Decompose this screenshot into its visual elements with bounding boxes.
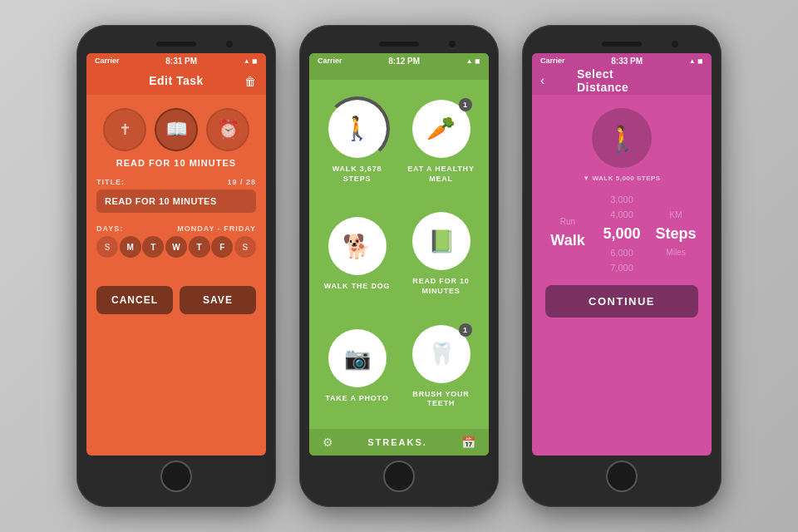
days-field-label: DAYS: MONDAY - FRIDAY xyxy=(96,224,256,233)
phone-bottom-2 xyxy=(309,456,489,497)
center-3000[interactable]: 3,000 xyxy=(610,193,633,208)
picker-left-item[interactable]: Run xyxy=(560,215,575,229)
picker-right-miles[interactable]: Miles xyxy=(666,246,685,259)
picker-right[interactable]: KM Steps Miles xyxy=(647,209,705,259)
time-2: 8:12 PM xyxy=(388,57,420,66)
day-wed[interactable]: W xyxy=(165,236,187,258)
task-item-photo[interactable]: 📷 TAKE A PHOTO xyxy=(319,315,395,419)
status-icons-1: ▲ ◼ xyxy=(244,57,258,65)
task-item-read[interactable]: 📗 READ FOR 10MINUTES xyxy=(403,202,479,306)
carrier-2: Carrier xyxy=(318,57,342,65)
status-icons-2: ▲ ◼ xyxy=(466,57,480,65)
photo-task-name: TAKE A PHOTO xyxy=(325,394,388,404)
step-subtitle: ▼ WALK 5,000 STEPS xyxy=(583,175,660,182)
task-item-dog[interactable]: 🐕 WALK THE DOG xyxy=(319,202,395,306)
dog-icon: 🐕 xyxy=(342,233,372,260)
app-name: STREAKS. xyxy=(367,437,427,447)
book-read-icon: 📗 xyxy=(428,229,455,254)
title-field-label: TITLE: 19 / 28 xyxy=(96,178,256,186)
days-row: S M T W T F S xyxy=(96,236,256,258)
eat-badge: 1 xyxy=(459,98,472,111)
phone-camera-1 xyxy=(226,41,233,47)
day-mon[interactable]: M xyxy=(120,236,141,258)
eat-circle: 🥕 1 xyxy=(412,100,470,158)
selected-task-label: READ FOR 10 MINUTES xyxy=(86,158,266,168)
day-thu[interactable]: T xyxy=(189,236,210,258)
edit-task-title: Edit Task xyxy=(149,74,204,87)
green-footer: ⚙ STREAKS. 📅 xyxy=(309,429,489,456)
home-button-2[interactable] xyxy=(383,461,415,492)
phone-top-bar-3 xyxy=(532,35,712,53)
cancel-button[interactable]: CANCEL xyxy=(96,286,173,314)
day-tue[interactable]: T xyxy=(142,236,164,258)
calendar-icon[interactable]: 📅 xyxy=(461,436,475,449)
day-fri[interactable]: F xyxy=(211,236,233,258)
save-button[interactable]: SAVE xyxy=(180,286,256,314)
center-6000[interactable]: 6,000 xyxy=(610,246,633,261)
tasks-grid: 🚶 WALK 3,678STEPS 🥕 1 EAT A HEALTHYMEAL … xyxy=(309,80,489,429)
pink-walk-icon: 🚶 xyxy=(607,124,638,153)
center-5000-selected[interactable]: 5,000 xyxy=(603,222,640,246)
dog-circle: 🐕 xyxy=(328,217,387,275)
phone-bottom-1 xyxy=(86,456,266,497)
tooth-icon: 🦷 xyxy=(428,341,455,367)
bible-icon-btn[interactable]: ✝ xyxy=(103,108,146,151)
teeth-circle: 🦷 1 xyxy=(412,325,470,383)
phone-speaker-3 xyxy=(602,42,642,47)
read-task-name: READ FOR 10MINUTES xyxy=(412,277,469,296)
read-circle: 📗 xyxy=(412,212,470,270)
phone-select-distance: Carrier 8:33 PM ▲ ◼ ‹ Select Distance 🚶 … xyxy=(522,25,722,507)
task-buttons: CANCEL SAVE xyxy=(86,286,266,314)
distance-picker[interactable]: Run Walk 3,000 4,000 5,000 6,000 7,000 K… xyxy=(532,193,712,275)
carrier-1: Carrier xyxy=(95,57,120,65)
task-item-eat[interactable]: 🥕 1 EAT A HEALTHYMEAL xyxy=(403,90,479,194)
phone-speaker-2 xyxy=(379,42,419,47)
eat-task-name: EAT A HEALTHYMEAL xyxy=(407,165,474,184)
title-input[interactable] xyxy=(96,190,256,213)
status-icons-3: ▲ ◼ xyxy=(689,57,703,65)
task-icons-row: ✝ 📖 ⏰ xyxy=(86,95,266,158)
phone-camera-3 xyxy=(672,41,678,47)
phone-screen-1: Carrier 8:31 PM ▲ ◼ Edit Task 🗑 ✝ 📖 ⏰ RE… xyxy=(86,53,266,456)
day-sun[interactable]: S xyxy=(96,236,118,258)
picker-left-selected[interactable]: Walk xyxy=(550,229,584,253)
phone-speaker-1 xyxy=(156,42,196,47)
back-button[interactable]: ‹ xyxy=(540,73,544,88)
center-7000[interactable]: 7,000 xyxy=(610,261,633,276)
status-bar-1: Carrier 8:31 PM ▲ ◼ xyxy=(86,53,266,68)
walk-circle: 🚶 xyxy=(328,100,387,158)
picker-right-km[interactable]: KM xyxy=(670,209,682,222)
task-form: TITLE: 19 / 28 DAYS: MONDAY - FRIDAY S M… xyxy=(86,178,266,261)
task-item-teeth[interactable]: 🦷 1 BRUSH YOUR TEETH xyxy=(403,315,479,419)
trash-icon[interactable]: 🗑 xyxy=(244,75,256,88)
walk-icon: 🚶 xyxy=(342,115,372,142)
time-1: 8:31 PM xyxy=(165,57,197,66)
phone-bottom-3 xyxy=(532,456,712,497)
gear-icon[interactable]: ⚙ xyxy=(323,436,333,449)
phone-screen-3: Carrier 8:33 PM ▲ ◼ ‹ Select Distance 🚶 … xyxy=(532,53,712,456)
walk-task-name: WALK 3,678STEPS xyxy=(332,165,382,184)
center-4000[interactable]: 4,000 xyxy=(610,208,633,223)
teeth-badge: 1 xyxy=(459,323,472,337)
alarm-icon-btn[interactable]: ⏰ xyxy=(206,108,249,151)
continue-button[interactable]: CONTINUE xyxy=(545,285,698,318)
picker-left[interactable]: Run Walk xyxy=(539,215,597,253)
picker-right-steps[interactable]: Steps xyxy=(655,222,696,246)
phone-tasks-list: Carrier 8:12 PM ▲ ◼ 🚶 WALK 3,678STEPS 🥕 … xyxy=(299,25,499,507)
day-sat[interactable]: S xyxy=(234,236,256,258)
dog-task-name: WALK THE DOG xyxy=(324,282,391,292)
home-button-1[interactable] xyxy=(160,461,192,492)
select-distance-title: Select Distance xyxy=(577,67,667,94)
carrot-icon: 🥕 xyxy=(426,115,456,142)
phone-top-bar-2 xyxy=(309,35,489,53)
phone-camera-2 xyxy=(449,41,456,47)
status-bar-2: Carrier 8:12 PM ▲ ◼ xyxy=(309,53,489,68)
task-item-walk[interactable]: 🚶 WALK 3,678STEPS xyxy=(319,90,395,194)
photo-circle: 📷 xyxy=(328,329,387,387)
home-button-3[interactable] xyxy=(606,461,638,492)
phone-top-bar-1 xyxy=(86,35,266,53)
time-3: 8:33 PM xyxy=(611,57,643,66)
phone-edit-task: Carrier 8:31 PM ▲ ◼ Edit Task 🗑 ✝ 📖 ⏰ RE… xyxy=(76,25,276,507)
picker-center[interactable]: 3,000 4,000 5,000 6,000 7,000 xyxy=(597,193,647,275)
book-icon-btn[interactable]: 📖 xyxy=(155,108,198,151)
